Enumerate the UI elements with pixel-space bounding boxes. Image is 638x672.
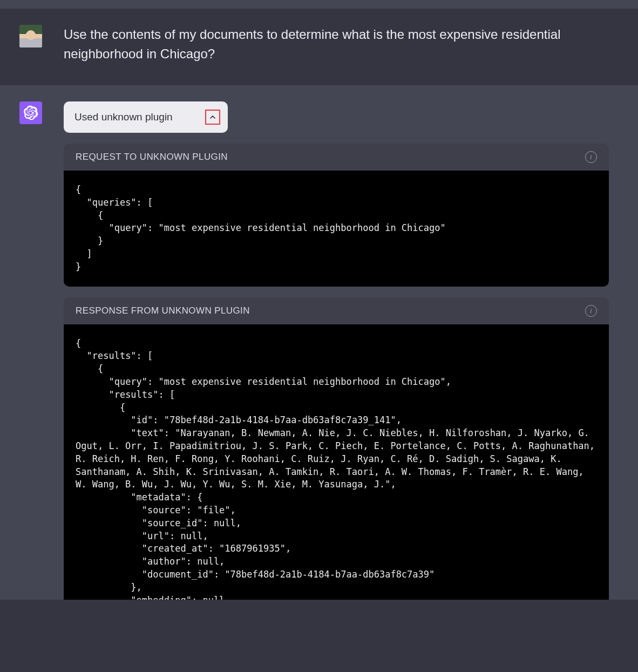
request-panel: REQUEST TO UNKNOWN PLUGIN i { "queries":… xyxy=(64,144,609,287)
plugin-pill-label: Used unknown plugin xyxy=(74,111,173,123)
response-panel: RESPONSE FROM UNKNOWN PLUGIN i { "result… xyxy=(64,297,609,600)
request-panel-header: REQUEST TO UNKNOWN PLUGIN i xyxy=(64,144,609,171)
openai-logo-icon xyxy=(23,105,38,120)
assistant-message-row: Used unknown plugin REQUEST TO UNKNOWN P… xyxy=(0,85,638,600)
info-icon[interactable]: i xyxy=(585,305,597,317)
response-panel-title: RESPONSE FROM UNKNOWN PLUGIN xyxy=(76,306,250,316)
user-avatar xyxy=(19,25,42,47)
request-panel-title: REQUEST TO UNKNOWN PLUGIN xyxy=(76,152,228,162)
user-message-row: Use the contents of my documents to dete… xyxy=(0,9,638,85)
assistant-avatar xyxy=(19,101,42,124)
assistant-body: Used unknown plugin REQUEST TO UNKNOWN P… xyxy=(64,101,638,600)
response-panel-header: RESPONSE FROM UNKNOWN PLUGIN i xyxy=(64,297,609,324)
plugin-pill-toggle[interactable] xyxy=(205,110,220,125)
plugin-disclosure-pill[interactable]: Used unknown plugin xyxy=(64,101,228,133)
prev-assist-strip xyxy=(0,0,638,9)
response-code: { "results": [ { "query": "most expensiv… xyxy=(64,324,609,600)
user-message-text: Use the contents of my documents to dete… xyxy=(64,25,582,64)
chevron-up-icon xyxy=(208,113,217,121)
request-code: { "queries": [ { "query": "most expensiv… xyxy=(64,171,609,287)
info-icon[interactable]: i xyxy=(585,151,597,163)
